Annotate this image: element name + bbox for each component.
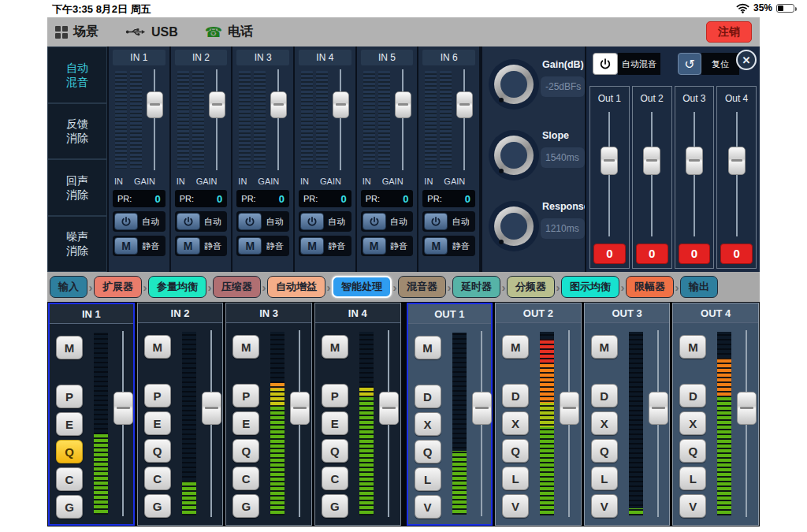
mute-button[interactable]: M [238, 237, 262, 255]
mute-button[interactable]: M [300, 237, 324, 255]
chain-step-3[interactable]: 压缩器 [213, 276, 261, 298]
auto-power-button[interactable] [177, 213, 200, 230]
strip-button-C[interactable]: C [56, 467, 83, 491]
strip-button-P[interactable]: P [322, 384, 348, 407]
strip-button-P[interactable]: P [56, 385, 83, 408]
strip-fader[interactable] [113, 392, 133, 425]
logout-button[interactable]: 注销 [706, 21, 752, 43]
strip-button-M[interactable]: M [322, 335, 348, 359]
chain-step-5[interactable]: 智能处理 [332, 276, 392, 298]
auto-power-button[interactable] [424, 213, 448, 230]
knob-1[interactable] [489, 130, 539, 180]
strip-button-V[interactable]: V [591, 494, 618, 518]
auto-power-button[interactable] [300, 213, 324, 230]
strip-button-P[interactable]: P [232, 384, 259, 407]
chain-step-2[interactable]: 参量均衡 [148, 276, 206, 298]
chain-step-0[interactable]: 输入 [50, 276, 87, 298]
pr-field[interactable]: PR: 0 [422, 190, 475, 207]
strip-button-M[interactable]: M [591, 335, 618, 359]
strip-button-V[interactable]: V [502, 494, 529, 518]
strip-button-G[interactable]: G [232, 494, 259, 518]
out-fader[interactable] [728, 147, 746, 175]
auto-power-button[interactable] [238, 213, 262, 230]
strip-button-M[interactable]: M [56, 336, 83, 359]
pr-field[interactable]: PR: 0 [299, 190, 351, 207]
strip-button-Q[interactable]: Q [502, 439, 529, 463]
strip-fader[interactable] [202, 392, 221, 425]
gain-fader[interactable] [456, 91, 473, 118]
strip-button-Q[interactable]: Q [415, 440, 441, 463]
strip-button-V[interactable]: V [415, 495, 441, 519]
strip-button-M[interactable]: M [144, 335, 171, 359]
chain-step-8[interactable]: 分频器 [507, 276, 555, 298]
sidebar-item-2[interactable]: 回声 消除 [47, 159, 107, 216]
strip-button-M[interactable]: M [232, 335, 259, 359]
strip-button-V[interactable]: V [679, 494, 706, 518]
strip-button-M[interactable]: M [502, 335, 529, 359]
strip-button-X[interactable]: X [679, 411, 706, 435]
out-fader[interactable] [643, 147, 660, 175]
strip-fader[interactable] [290, 392, 310, 425]
strip-fader[interactable] [379, 392, 399, 425]
strip-button-G[interactable]: G [322, 494, 348, 518]
strip-button-Q[interactable]: Q [56, 440, 83, 463]
strip-button-L[interactable]: L [679, 467, 706, 490]
strip-button-Q[interactable]: Q [322, 439, 348, 463]
strip-button-L[interactable]: L [502, 467, 529, 490]
close-icon[interactable]: ✕ [736, 50, 757, 70]
chain-step-6[interactable]: 混音器 [398, 276, 446, 298]
strip-button-E[interactable]: E [144, 411, 171, 435]
mute-button[interactable]: M [424, 237, 448, 255]
strip-fader[interactable] [737, 392, 757, 425]
chain-step-4[interactable]: 自动增益 [267, 276, 325, 298]
strip-button-G[interactable]: G [56, 495, 83, 519]
pr-field[interactable]: PR: 0 [361, 190, 414, 207]
chain-step-1[interactable]: 扩展器 [94, 276, 142, 298]
chain-step-7[interactable]: 延时器 [452, 276, 500, 298]
pr-field[interactable]: PR: 0 [175, 190, 228, 207]
chain-step-11[interactable]: 输出 [680, 276, 718, 298]
strip-button-E[interactable]: E [232, 411, 259, 435]
strip-button-M[interactable]: M [415, 336, 441, 359]
automix-power-button[interactable] [593, 53, 618, 75]
chain-step-9[interactable]: 图示均衡 [561, 276, 619, 298]
gain-fader[interactable] [395, 91, 411, 118]
strip-fader[interactable] [472, 392, 492, 425]
gain-fader[interactable] [333, 91, 349, 118]
strip-button-X[interactable]: X [502, 411, 529, 435]
knob-2[interactable] [489, 201, 539, 251]
strip-button-D[interactable]: D [591, 384, 618, 407]
gain-fader[interactable] [270, 91, 287, 118]
strip-button-C[interactable]: C [322, 467, 348, 490]
strip-button-X[interactable]: X [415, 412, 441, 436]
strip-button-D[interactable]: D [502, 384, 529, 407]
pr-field[interactable]: PR: 0 [236, 190, 289, 207]
out-value-button[interactable]: 0 [679, 244, 711, 264]
strip-button-L[interactable]: L [591, 467, 618, 490]
out-fader[interactable] [686, 147, 703, 175]
strip-button-X[interactable]: X [591, 411, 618, 435]
phone-menu-button[interactable]: ☎ 电话 [205, 24, 253, 40]
strip-button-D[interactable]: D [415, 385, 441, 408]
mute-button[interactable]: M [363, 237, 386, 255]
strip-fader[interactable] [649, 392, 668, 425]
strip-button-M[interactable]: M [679, 335, 706, 359]
scene-menu-button[interactable]: 场景 [55, 24, 99, 40]
out-fader[interactable] [601, 147, 618, 175]
strip-button-Q[interactable]: Q [679, 439, 706, 463]
strip-button-P[interactable]: P [144, 384, 171, 407]
usb-menu-button[interactable]: USB [125, 25, 178, 39]
chain-step-10[interactable]: 限幅器 [626, 276, 674, 298]
strip-button-Q[interactable]: Q [144, 439, 171, 463]
out-value-button[interactable]: 0 [720, 244, 753, 264]
strip-fader[interactable] [560, 392, 579, 425]
strip-button-E[interactable]: E [322, 411, 348, 435]
strip-button-D[interactable]: D [679, 384, 706, 407]
strip-button-Q[interactable]: Q [591, 439, 618, 463]
reset-icon[interactable]: ↺ [678, 53, 701, 75]
strip-button-C[interactable]: C [232, 467, 259, 490]
pr-field[interactable]: PR: 0 [113, 190, 165, 207]
sidebar-item-1[interactable]: 反馈 消除 [47, 103, 107, 160]
strip-button-G[interactable]: G [144, 494, 171, 518]
out-value-button[interactable]: 0 [593, 244, 626, 264]
